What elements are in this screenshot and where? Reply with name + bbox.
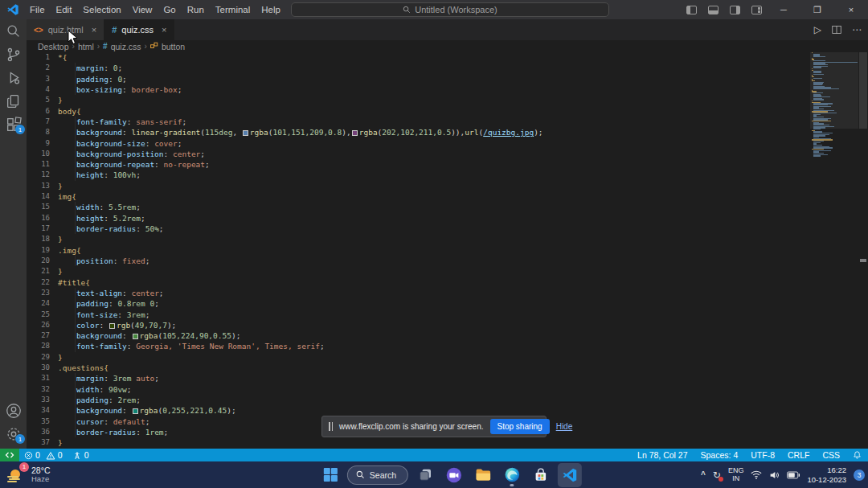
color-swatch[interactable] [133, 408, 138, 414]
run-debug-icon[interactable] [0, 66, 27, 89]
breadcrumb-item-quiz.css[interactable]: quiz.css [111, 42, 141, 51]
code-line: 2 margin: 0; [27, 63, 810, 73]
minimap[interactable] [810, 52, 858, 449]
ports-indicator[interactable]: 0 [68, 449, 94, 461]
status-indentation[interactable]: Spaces: 4 [694, 450, 745, 460]
source-control-icon[interactable] [0, 43, 27, 66]
extensions-badge: 1 [15, 125, 25, 134]
code-token: cursor [58, 417, 104, 426]
menu-view[interactable]: View [127, 0, 158, 19]
menu-go[interactable]: Go [158, 0, 181, 19]
menu-selection[interactable]: Selection [77, 0, 126, 19]
notification-count-badge[interactable]: 3 [854, 470, 865, 481]
code-token: auto [136, 374, 154, 383]
code-token: ; [178, 85, 182, 94]
store-button[interactable] [529, 463, 553, 487]
code-token: : [113, 256, 122, 265]
code-line: 30.questions{ [27, 363, 810, 373]
drag-grip-icon[interactable] [329, 422, 333, 431]
minimap-line [812, 52, 813, 53]
breadcrumb-item-button[interactable]: button [162, 42, 185, 51]
code-token: ; [136, 170, 141, 179]
code-token: 115deg [205, 128, 232, 137]
breadcrumb-item-Desktop[interactable]: Desktop [38, 42, 69, 51]
settings-gear-icon[interactable]: 1 [0, 422, 27, 445]
battery-icon[interactable] [787, 471, 800, 479]
tab-quiz.html[interactable]: <>quiz.html× [27, 19, 104, 40]
more-actions-icon[interactable]: ⋯ [852, 24, 862, 35]
accounts-icon[interactable] [0, 399, 27, 422]
code-token: position [58, 256, 113, 265]
tab-quiz.css[interactable]: #quiz.css× [104, 19, 174, 40]
remote-indicator[interactable] [0, 449, 19, 461]
code-editor[interactable]: 1*{2 margin: 0;3 padding: 0;4 box-sizing… [27, 52, 810, 449]
tab-close-icon[interactable]: × [92, 25, 96, 35]
code-token: ), [342, 128, 350, 137]
clock[interactable]: 16:22 10-12-2023 [807, 465, 846, 485]
breadcrumb-item-html[interactable]: html [78, 42, 94, 51]
customize-layout-icon[interactable] [751, 6, 762, 14]
line-content: padding: 0; [58, 74, 810, 84]
notifications-bell-icon[interactable] [846, 450, 868, 460]
language-indicator[interactable]: ENGIN [728, 467, 744, 483]
code-token: : [108, 75, 117, 84]
toggle-secondary-sidebar-icon[interactable] [730, 6, 740, 14]
problems-indicator[interactable]: 0 0 [19, 449, 68, 461]
window-close-button[interactable]: × [834, 0, 868, 19]
weather-widget[interactable]: 1 28°C Haze [0, 465, 161, 485]
color-swatch[interactable] [243, 130, 248, 136]
taskbar-search[interactable]: Search [347, 465, 408, 485]
code-token: )), [451, 128, 465, 137]
line-content: #title{ [58, 277, 810, 288]
status-bar-right: Ln 78, Col 27Spaces: 4UTF-8CRLFCSS [631, 450, 868, 460]
split-editor-icon[interactable] [832, 25, 841, 35]
run-preview-icon[interactable]: ▷ [814, 24, 821, 35]
file-explorer-button[interactable] [471, 463, 495, 487]
window-restore-button[interactable]: ❐ [800, 0, 834, 19]
scrollbar-slider[interactable] [859, 52, 867, 129]
color-swatch[interactable] [133, 334, 138, 339]
menu-file[interactable]: File [24, 0, 51, 19]
toggle-sidebar-icon[interactable] [686, 6, 697, 14]
wifi-icon[interactable] [751, 470, 762, 479]
status-cursor-position[interactable]: Ln 78, Col 27 [631, 450, 694, 460]
explorer-icon[interactable] [0, 89, 27, 113]
hide-share-bar-link[interactable]: Hide [556, 422, 573, 431]
code-token: ; [127, 385, 132, 394]
edge-browser-button[interactable] [500, 463, 524, 487]
taskbar-search-label: Search [370, 470, 396, 480]
color-swatch[interactable] [109, 323, 115, 329]
window-minimize-button[interactable]: ─ [767, 0, 800, 19]
ports-count: 0 [84, 450, 89, 460]
vertical-scrollbar[interactable] [858, 52, 868, 449]
menu-help[interactable]: Help [256, 0, 286, 19]
status-language-mode[interactable]: CSS [816, 450, 846, 460]
status-eol[interactable]: CRLF [781, 450, 816, 460]
vscode-taskbar-button[interactable] [558, 463, 582, 487]
sync-tray-icon[interactable]: ↻ [713, 470, 721, 481]
search-icon[interactable] [0, 19, 27, 43]
line-content: font-family: sans-serif; [58, 117, 810, 127]
toggle-panel-icon[interactable] [708, 6, 719, 14]
menu-bar: FileEditSelectionViewGoRunTerminalHelp [24, 0, 286, 19]
menu-edit[interactable]: Edit [51, 0, 78, 19]
code-token: padding [58, 299, 108, 308]
status-encoding[interactable]: UTF-8 [744, 450, 781, 460]
extensions-icon[interactable]: 1 [0, 113, 27, 136]
tab-close-icon[interactable]: × [162, 25, 166, 35]
speaker-icon[interactable] [769, 470, 780, 480]
hidden-icons-chevron[interactable]: ^ [701, 470, 706, 479]
task-view-button[interactable] [413, 463, 437, 487]
line-number: 17 [27, 223, 58, 234]
color-swatch[interactable] [352, 130, 358, 136]
menu-run[interactable]: Run [182, 0, 210, 19]
video-recorder-app-button[interactable] [442, 463, 466, 487]
code-token: } [58, 438, 63, 447]
menu-terminal[interactable]: Terminal [210, 0, 256, 19]
stop-sharing-button[interactable]: Stop sharing [490, 419, 550, 434]
code-token: ; [141, 214, 145, 223]
command-center-search[interactable]: Untitled (Workspace) [291, 2, 609, 17]
start-button[interactable] [318, 463, 342, 487]
line-content: .img{ [58, 245, 810, 256]
line-content: color: rgb(49,70,7); [58, 320, 810, 330]
